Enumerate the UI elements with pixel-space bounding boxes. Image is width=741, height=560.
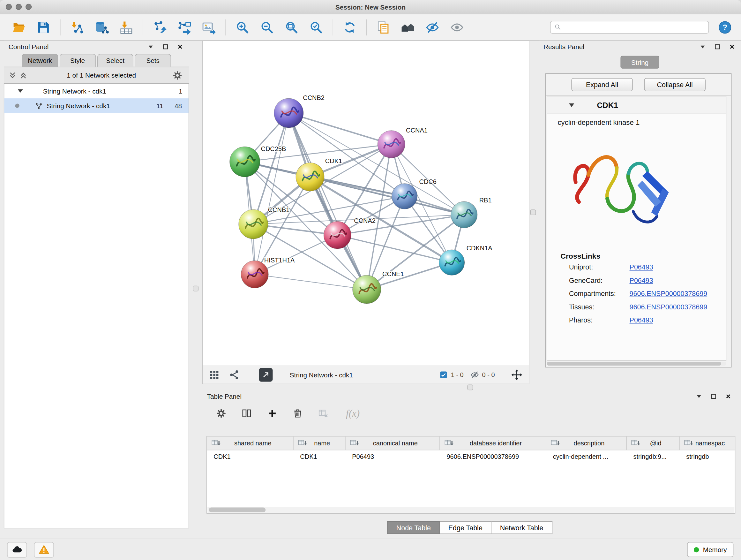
cloud-button[interactable] [7,542,27,557]
table-cell[interactable]: 9606.ENSP00000378699 [440,453,546,460]
edge-CCNB2-HIST1H1A[interactable] [255,113,289,274]
hidden-eye-slash-icon[interactable] [470,370,479,379]
zoom-window-button[interactable] [25,4,31,10]
table-settings-button[interactable] [215,408,227,419]
selected-checkbox-icon[interactable] [439,370,448,379]
export-image-button[interactable] [199,17,219,37]
detach-view-button[interactable] [259,368,273,382]
column-header-description[interactable]: description [546,436,627,449]
pan-move-icon[interactable] [511,369,523,381]
tab-network-table[interactable]: Network Table [491,521,552,534]
network-node-CDK1[interactable] [296,163,324,191]
grid-view-icon[interactable] [209,369,220,380]
column-header-canonical-name[interactable]: canonical name [346,436,440,449]
hide-selected-button[interactable] [422,17,442,37]
save-session-button[interactable] [33,17,53,37]
results-horizontal-scrollbar[interactable] [547,362,726,366]
edge-CCNB2-CCNA1[interactable] [289,113,391,144]
tab-node-table[interactable]: Node Table [387,521,440,534]
table-cell[interactable]: stringdb:9... [627,453,680,460]
zoom-selected-button[interactable] [307,17,326,37]
copy-button[interactable] [374,17,393,37]
column-header-database-identifier[interactable]: database identifier [440,436,546,449]
delete-table-button[interactable] [318,408,329,419]
crosslink-link[interactable]: 9606.ENSP00000378699 [630,290,708,298]
splitter-handle-bottom[interactable] [468,384,473,390]
collapse-panel-button[interactable] [695,392,703,401]
crosslink-link[interactable]: P06493 [630,277,653,285]
table-row[interactable]: CDK1CDK1P064939606.ENSP00000378699cyclin… [207,450,735,463]
column-header-name[interactable]: name [293,436,346,449]
network-node-CCNA2[interactable] [324,221,351,249]
zoom-fit-button[interactable] [282,17,301,37]
minimize-window-button[interactable] [16,4,22,10]
results-tab-string[interactable]: String [620,56,659,69]
expand-all-button[interactable]: Expand All [571,78,633,91]
collapse-all-tree-icon[interactable] [19,71,27,79]
column-header-shared-name[interactable]: shared name [207,436,293,449]
column-header-namespac[interactable]: namespac [680,436,736,449]
zoom-out-button[interactable] [257,17,277,37]
disclosure-triangle-icon[interactable] [568,102,575,108]
network-node-HIST1H1A[interactable] [241,260,268,288]
delete-column-button[interactable] [292,408,304,419]
close-panel-button[interactable] [728,43,737,51]
import-network-from-file-button[interactable] [67,17,87,37]
tab-sets[interactable]: Sets [135,54,171,67]
crosslink-link[interactable]: 9606.ENSP00000378699 [630,303,708,311]
import-table-from-file-button[interactable] [116,17,136,37]
network-node-CCNA1[interactable] [378,131,405,158]
network-canvas[interactable]: CCNB2CCNA1CDC25BCDK1CDC6RB1CCNB1CCNA2CDK… [203,41,529,367]
network-node-CDC25B[interactable] [230,146,260,177]
network-node-CCNE1[interactable] [353,275,381,304]
collapse-panel-button[interactable] [146,43,155,51]
scrollbar-thumb[interactable] [209,508,266,512]
collapse-all-button[interactable]: Collapse All [644,78,705,91]
network-row-selected[interactable]: String Network - cdk1 11 48 [4,98,189,113]
memory-button[interactable]: Memory [687,542,733,557]
table-cell[interactable]: CDK1 [207,453,293,460]
search-input[interactable] [565,23,704,31]
tab-style[interactable]: Style [59,54,96,67]
splitter-handle-right[interactable] [530,209,536,215]
share-view-icon[interactable] [229,369,240,380]
show-columns-button[interactable] [241,408,253,419]
gene-section-header[interactable]: CDK1 [547,97,726,114]
refresh-button[interactable] [340,17,360,37]
collapse-panel-button[interactable] [698,43,707,51]
new-network-button[interactable] [150,17,170,37]
float-panel-button[interactable] [710,392,718,401]
table-cell[interactable]: cyclin-dependent ... [546,453,627,460]
tab-select[interactable]: Select [97,54,133,67]
tab-edge-table[interactable]: Edge Table [440,521,491,534]
crosslink-link[interactable]: P06493 [630,316,653,324]
disclosure-triangle-icon[interactable] [17,88,23,94]
add-column-button[interactable] [266,408,278,419]
close-panel-button[interactable] [724,392,733,401]
network-node-CDKN1A[interactable] [439,250,465,275]
crosslink-link[interactable]: P06493 [630,263,653,271]
network-node-RB1[interactable] [451,201,477,228]
float-panel-button[interactable] [161,43,170,51]
home-button[interactable] [398,17,418,37]
edge-CCNB2-CCNE1[interactable] [289,113,367,290]
warnings-button[interactable] [34,542,54,557]
splitter-handle-left[interactable] [193,286,199,292]
tab-network[interactable]: Network [22,54,58,67]
show-all-button[interactable] [447,17,467,37]
import-network-from-database-button[interactable] [91,17,111,37]
table-cell[interactable]: P06493 [346,453,440,460]
network-collection-row[interactable]: String Network - cdk1 1 [4,84,189,98]
scrollbar-thumb[interactable] [547,362,721,366]
table-horizontal-scrollbar[interactable] [207,507,734,513]
edge-HIST1H1A-CCNE1[interactable] [255,274,367,289]
gear-icon[interactable] [173,70,183,80]
network-node-CCNB1[interactable] [239,209,268,239]
table-cell[interactable]: stringdb [680,453,736,460]
clone-network-button[interactable] [174,17,194,37]
expand-all-tree-icon[interactable] [9,71,17,79]
help-button[interactable]: ? [717,19,733,36]
table-cell[interactable]: CDK1 [293,453,346,460]
network-node-CCNB2[interactable] [274,98,304,128]
open-session-button[interactable] [9,17,29,37]
